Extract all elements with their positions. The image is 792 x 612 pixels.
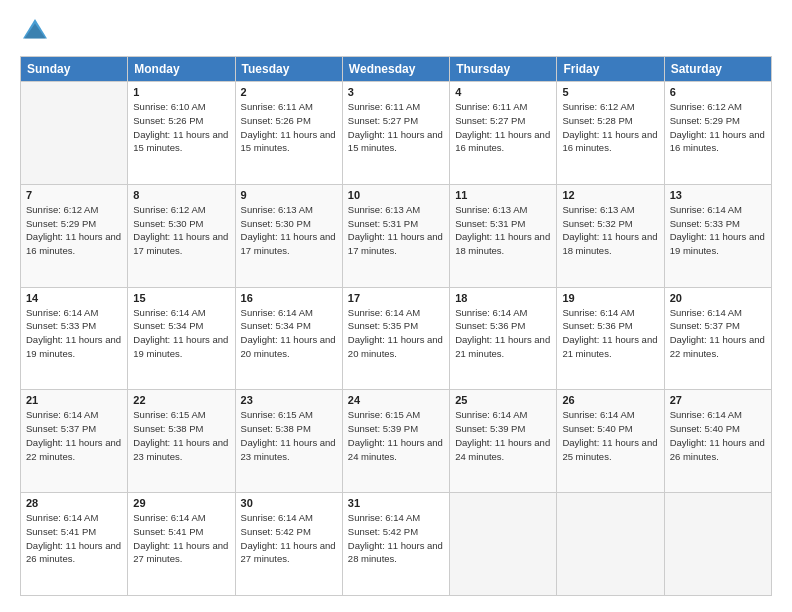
logo	[20, 16, 54, 46]
day-cell: 12 Sunrise: 6:13 AMSunset: 5:32 PMDaylig…	[557, 184, 664, 287]
day-number: 24	[348, 394, 444, 406]
col-header-monday: Monday	[128, 57, 235, 82]
day-cell: 4 Sunrise: 6:11 AMSunset: 5:27 PMDayligh…	[450, 82, 557, 185]
header	[20, 16, 772, 46]
day-cell: 3 Sunrise: 6:11 AMSunset: 5:27 PMDayligh…	[342, 82, 449, 185]
day-cell: 1 Sunrise: 6:10 AMSunset: 5:26 PMDayligh…	[128, 82, 235, 185]
col-header-thursday: Thursday	[450, 57, 557, 82]
day-cell: 5 Sunrise: 6:12 AMSunset: 5:28 PMDayligh…	[557, 82, 664, 185]
day-detail: Sunrise: 6:13 AMSunset: 5:31 PMDaylight:…	[348, 203, 444, 258]
day-cell: 30 Sunrise: 6:14 AMSunset: 5:42 PMDaylig…	[235, 493, 342, 596]
week-row-5: 28 Sunrise: 6:14 AMSunset: 5:41 PMDaylig…	[21, 493, 772, 596]
day-cell: 22 Sunrise: 6:15 AMSunset: 5:38 PMDaylig…	[128, 390, 235, 493]
day-detail: Sunrise: 6:14 AMSunset: 5:34 PMDaylight:…	[241, 306, 337, 361]
day-number: 23	[241, 394, 337, 406]
page: SundayMondayTuesdayWednesdayThursdayFrid…	[0, 0, 792, 612]
day-number: 17	[348, 292, 444, 304]
day-detail: Sunrise: 6:13 AMSunset: 5:32 PMDaylight:…	[562, 203, 658, 258]
day-number: 15	[133, 292, 229, 304]
day-detail: Sunrise: 6:12 AMSunset: 5:30 PMDaylight:…	[133, 203, 229, 258]
day-cell: 8 Sunrise: 6:12 AMSunset: 5:30 PMDayligh…	[128, 184, 235, 287]
day-number: 20	[670, 292, 766, 304]
day-cell: 10 Sunrise: 6:13 AMSunset: 5:31 PMDaylig…	[342, 184, 449, 287]
day-detail: Sunrise: 6:12 AMSunset: 5:29 PMDaylight:…	[670, 100, 766, 155]
day-number: 29	[133, 497, 229, 509]
day-number: 7	[26, 189, 122, 201]
day-cell: 11 Sunrise: 6:13 AMSunset: 5:31 PMDaylig…	[450, 184, 557, 287]
day-detail: Sunrise: 6:14 AMSunset: 5:33 PMDaylight:…	[26, 306, 122, 361]
day-cell: 26 Sunrise: 6:14 AMSunset: 5:40 PMDaylig…	[557, 390, 664, 493]
day-number: 9	[241, 189, 337, 201]
day-detail: Sunrise: 6:14 AMSunset: 5:42 PMDaylight:…	[348, 511, 444, 566]
day-number: 2	[241, 86, 337, 98]
day-cell	[557, 493, 664, 596]
day-number: 19	[562, 292, 658, 304]
col-header-friday: Friday	[557, 57, 664, 82]
header-row: SundayMondayTuesdayWednesdayThursdayFrid…	[21, 57, 772, 82]
day-number: 16	[241, 292, 337, 304]
day-number: 4	[455, 86, 551, 98]
day-detail: Sunrise: 6:14 AMSunset: 5:41 PMDaylight:…	[133, 511, 229, 566]
day-cell: 23 Sunrise: 6:15 AMSunset: 5:38 PMDaylig…	[235, 390, 342, 493]
day-detail: Sunrise: 6:13 AMSunset: 5:31 PMDaylight:…	[455, 203, 551, 258]
day-cell: 16 Sunrise: 6:14 AMSunset: 5:34 PMDaylig…	[235, 287, 342, 390]
logo-icon	[20, 16, 50, 46]
day-detail: Sunrise: 6:13 AMSunset: 5:30 PMDaylight:…	[241, 203, 337, 258]
day-detail: Sunrise: 6:14 AMSunset: 5:36 PMDaylight:…	[455, 306, 551, 361]
col-header-sunday: Sunday	[21, 57, 128, 82]
day-detail: Sunrise: 6:11 AMSunset: 5:26 PMDaylight:…	[241, 100, 337, 155]
day-detail: Sunrise: 6:14 AMSunset: 5:33 PMDaylight:…	[670, 203, 766, 258]
week-row-2: 7 Sunrise: 6:12 AMSunset: 5:29 PMDayligh…	[21, 184, 772, 287]
col-header-wednesday: Wednesday	[342, 57, 449, 82]
week-row-3: 14 Sunrise: 6:14 AMSunset: 5:33 PMDaylig…	[21, 287, 772, 390]
day-number: 18	[455, 292, 551, 304]
day-detail: Sunrise: 6:12 AMSunset: 5:28 PMDaylight:…	[562, 100, 658, 155]
day-cell: 24 Sunrise: 6:15 AMSunset: 5:39 PMDaylig…	[342, 390, 449, 493]
day-cell: 13 Sunrise: 6:14 AMSunset: 5:33 PMDaylig…	[664, 184, 771, 287]
day-detail: Sunrise: 6:14 AMSunset: 5:37 PMDaylight:…	[26, 408, 122, 463]
day-cell: 31 Sunrise: 6:14 AMSunset: 5:42 PMDaylig…	[342, 493, 449, 596]
day-cell: 29 Sunrise: 6:14 AMSunset: 5:41 PMDaylig…	[128, 493, 235, 596]
col-header-tuesday: Tuesday	[235, 57, 342, 82]
calendar-table: SundayMondayTuesdayWednesdayThursdayFrid…	[20, 56, 772, 596]
day-detail: Sunrise: 6:14 AMSunset: 5:36 PMDaylight:…	[562, 306, 658, 361]
day-number: 3	[348, 86, 444, 98]
day-detail: Sunrise: 6:15 AMSunset: 5:38 PMDaylight:…	[241, 408, 337, 463]
day-number: 8	[133, 189, 229, 201]
day-cell	[21, 82, 128, 185]
day-cell: 7 Sunrise: 6:12 AMSunset: 5:29 PMDayligh…	[21, 184, 128, 287]
day-number: 6	[670, 86, 766, 98]
day-detail: Sunrise: 6:14 AMSunset: 5:40 PMDaylight:…	[562, 408, 658, 463]
day-cell: 6 Sunrise: 6:12 AMSunset: 5:29 PMDayligh…	[664, 82, 771, 185]
day-cell: 2 Sunrise: 6:11 AMSunset: 5:26 PMDayligh…	[235, 82, 342, 185]
day-cell: 28 Sunrise: 6:14 AMSunset: 5:41 PMDaylig…	[21, 493, 128, 596]
day-number: 5	[562, 86, 658, 98]
day-detail: Sunrise: 6:14 AMSunset: 5:37 PMDaylight:…	[670, 306, 766, 361]
week-row-1: 1 Sunrise: 6:10 AMSunset: 5:26 PMDayligh…	[21, 82, 772, 185]
day-cell: 14 Sunrise: 6:14 AMSunset: 5:33 PMDaylig…	[21, 287, 128, 390]
day-number: 30	[241, 497, 337, 509]
day-number: 27	[670, 394, 766, 406]
day-cell: 9 Sunrise: 6:13 AMSunset: 5:30 PMDayligh…	[235, 184, 342, 287]
day-number: 14	[26, 292, 122, 304]
day-number: 25	[455, 394, 551, 406]
day-detail: Sunrise: 6:11 AMSunset: 5:27 PMDaylight:…	[455, 100, 551, 155]
day-detail: Sunrise: 6:14 AMSunset: 5:39 PMDaylight:…	[455, 408, 551, 463]
day-number: 1	[133, 86, 229, 98]
day-detail: Sunrise: 6:14 AMSunset: 5:41 PMDaylight:…	[26, 511, 122, 566]
col-header-saturday: Saturday	[664, 57, 771, 82]
day-detail: Sunrise: 6:12 AMSunset: 5:29 PMDaylight:…	[26, 203, 122, 258]
day-number: 10	[348, 189, 444, 201]
day-cell: 19 Sunrise: 6:14 AMSunset: 5:36 PMDaylig…	[557, 287, 664, 390]
day-detail: Sunrise: 6:10 AMSunset: 5:26 PMDaylight:…	[133, 100, 229, 155]
day-detail: Sunrise: 6:15 AMSunset: 5:38 PMDaylight:…	[133, 408, 229, 463]
day-detail: Sunrise: 6:15 AMSunset: 5:39 PMDaylight:…	[348, 408, 444, 463]
day-number: 12	[562, 189, 658, 201]
day-cell	[450, 493, 557, 596]
day-detail: Sunrise: 6:14 AMSunset: 5:40 PMDaylight:…	[670, 408, 766, 463]
day-cell: 21 Sunrise: 6:14 AMSunset: 5:37 PMDaylig…	[21, 390, 128, 493]
day-number: 13	[670, 189, 766, 201]
day-cell: 25 Sunrise: 6:14 AMSunset: 5:39 PMDaylig…	[450, 390, 557, 493]
day-cell: 15 Sunrise: 6:14 AMSunset: 5:34 PMDaylig…	[128, 287, 235, 390]
day-number: 11	[455, 189, 551, 201]
